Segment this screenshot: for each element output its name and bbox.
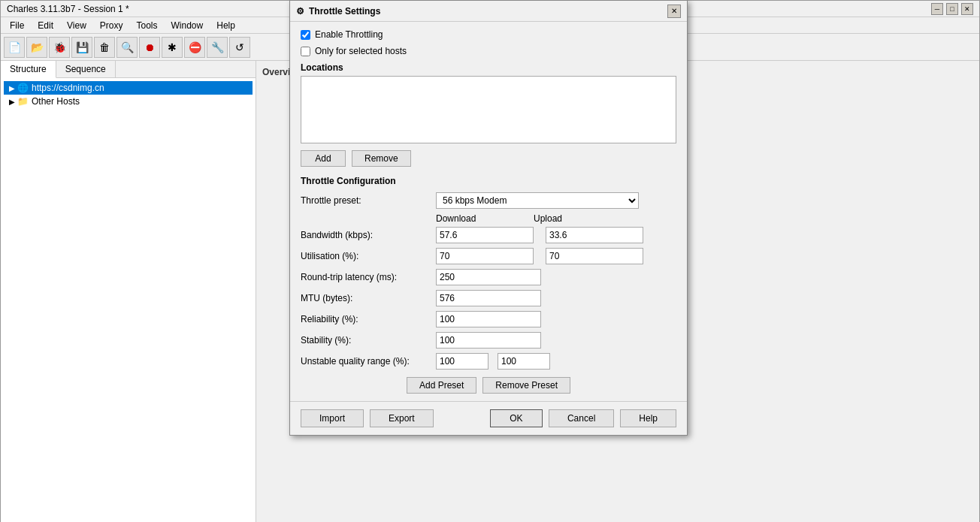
utilisation-ul-input[interactable]: [546, 248, 643, 264]
toolbar-btn-10[interactable]: 🔧: [207, 37, 228, 58]
tree-item-other-hosts[interactable]: ▶ 📁 Other Hosts: [4, 95, 253, 108]
only-for-hosts-row: Only for selected hosts: [301, 46, 676, 56]
app-title: Charles 3.11.3b7 - Session 1 *: [7, 4, 129, 14]
folder-icon: 📁: [17, 96, 29, 107]
tree-item-label-2: Other Hosts: [32, 96, 80, 107]
bandwidth-ul-input[interactable]: [546, 227, 643, 243]
ok-button[interactable]: OK: [490, 409, 543, 427]
toolbar-btn-8[interactable]: ✱: [162, 37, 183, 58]
throttle-settings-dialog: ⚙ Throttle Settings ✕ Enable Throttling …: [289, 0, 688, 436]
help-button[interactable]: Help: [620, 409, 676, 427]
cancel-button[interactable]: Cancel: [549, 409, 614, 427]
export-button[interactable]: Export: [370, 409, 434, 427]
tab-structure[interactable]: Structure: [1, 61, 56, 78]
minimize-button[interactable]: ─: [931, 3, 943, 15]
rtt-row: Round-trip latency (ms):: [301, 269, 676, 285]
throttle-preset-label: Throttle preset:: [301, 195, 436, 206]
throttle-preset-row: Throttle preset: 56 kbps Modem 256 kbps …: [301, 192, 676, 209]
dialog-title-label: Throttle Settings: [309, 6, 380, 17]
bandwidth-row: Bandwidth (kbps):: [301, 227, 676, 243]
toolbar-btn-11[interactable]: ↺: [229, 37, 250, 58]
toolbar-btn-1[interactable]: 📄: [4, 37, 25, 58]
menu-tools[interactable]: Tools: [131, 19, 164, 32]
toolbar-btn-9[interactable]: ⛔: [184, 37, 205, 58]
dialog-footer: Import Export OK Cancel Help: [290, 401, 687, 435]
maximize-button[interactable]: □: [946, 3, 958, 15]
enable-throttling-checkbox[interactable]: [301, 30, 310, 40]
toolbar-btn-4[interactable]: 💾: [71, 37, 92, 58]
menu-file[interactable]: File: [4, 19, 30, 32]
mtu-label: MTU (bytes):: [301, 293, 436, 303]
toolbar-btn-2[interactable]: 📂: [26, 37, 47, 58]
bandwidth-label: Bandwidth (kbps):: [301, 230, 436, 240]
dl-ul-headers: Download Upload: [436, 213, 676, 224]
settings-icon: ⚙: [296, 6, 304, 17]
throttle-preset-select[interactable]: 56 kbps Modem 256 kbps ISDN/DSL 512 kbps…: [436, 192, 639, 209]
bandwidth-dl-input[interactable]: [436, 227, 534, 243]
reliability-row: Reliability (%):: [301, 311, 676, 327]
utilisation-label: Utilisation (%):: [301, 251, 436, 261]
toolbar-btn-record[interactable]: ⏺: [139, 37, 160, 58]
dialog-title-bar: ⚙ Throttle Settings ✕: [290, 1, 687, 22]
dialog-body: Enable Throttling Only for selected host…: [290, 22, 687, 401]
tree-item-csdnimg[interactable]: ▶ 🌐 https://csdnimg.cn: [4, 81, 253, 95]
config-title: Throttle Configuration: [301, 176, 676, 186]
upload-header: Upload: [534, 213, 631, 224]
close-button[interactable]: ✕: [961, 3, 973, 15]
unstable-quality-input-1[interactable]: [436, 353, 488, 370]
enable-throttling-label[interactable]: Enable Throttling: [315, 29, 383, 40]
locations-buttons: Add Remove: [301, 150, 676, 167]
unstable-quality-row: Unstable quality range (%):: [301, 353, 676, 370]
expand-icon-1: ▶: [7, 84, 17, 92]
toolbar-btn-3[interactable]: 🐞: [49, 37, 70, 58]
left-panel: Structure Sequence ▶ 🌐 https://csdnimg.c…: [1, 61, 256, 522]
unstable-quality-label: Unstable quality range (%):: [301, 356, 436, 367]
utilisation-dl-input[interactable]: [436, 248, 534, 264]
download-header: Download: [436, 213, 534, 224]
tab-sequence[interactable]: Sequence: [56, 61, 116, 77]
remove-preset-button[interactable]: Remove Preset: [482, 377, 570, 394]
stability-label: Stability (%):: [301, 335, 436, 345]
reliability-input[interactable]: [436, 311, 541, 327]
reliability-label: Reliability (%):: [301, 314, 436, 324]
toolbar-btn-5[interactable]: 🗑: [94, 37, 115, 58]
menu-help[interactable]: Help: [210, 19, 241, 32]
menu-proxy[interactable]: Proxy: [94, 19, 129, 32]
menu-view[interactable]: View: [61, 19, 92, 32]
locations-label: Locations: [301, 62, 676, 73]
mtu-row: MTU (bytes):: [301, 290, 676, 306]
add-location-button[interactable]: Add: [301, 150, 346, 167]
globe-icon: 🌐: [17, 83, 29, 93]
import-button[interactable]: Import: [301, 409, 364, 427]
locations-textarea[interactable]: [301, 76, 676, 143]
mtu-input[interactable]: [436, 290, 541, 306]
tab-bar: Structure Sequence: [1, 61, 256, 78]
remove-location-button[interactable]: Remove: [352, 150, 411, 167]
menu-window[interactable]: Window: [165, 19, 210, 32]
tree-area: ▶ 🌐 https://csdnimg.cn ▶ 📁 Other Hosts: [1, 78, 256, 517]
only-for-hosts-checkbox[interactable]: [301, 47, 310, 56]
dialog-close-button[interactable]: ✕: [667, 5, 681, 18]
config-section: Throttle Configuration Throttle preset: …: [301, 176, 676, 394]
enable-throttling-row: Enable Throttling: [301, 29, 676, 40]
tree-item-label-1: https://csdnimg.cn: [32, 83, 104, 93]
stability-input[interactable]: [436, 332, 541, 349]
dialog-title-text: ⚙ Throttle Settings: [296, 6, 380, 17]
preset-buttons-row: Add Preset Remove Preset: [301, 377, 676, 394]
add-preset-button[interactable]: Add Preset: [407, 377, 476, 394]
unstable-quality-input-2[interactable]: [498, 353, 550, 370]
menu-edit[interactable]: Edit: [32, 19, 59, 32]
stability-row: Stability (%):: [301, 332, 676, 349]
utilisation-row: Utilisation (%):: [301, 248, 676, 264]
title-bar-buttons: ─ □ ✕: [931, 3, 973, 15]
expand-icon-2: ▶: [7, 98, 17, 106]
toolbar-btn-6[interactable]: 🔍: [116, 37, 138, 58]
rtt-input[interactable]: [436, 269, 541, 285]
rtt-label: Round-trip latency (ms):: [301, 272, 436, 282]
only-for-hosts-label[interactable]: Only for selected hosts: [315, 46, 407, 56]
